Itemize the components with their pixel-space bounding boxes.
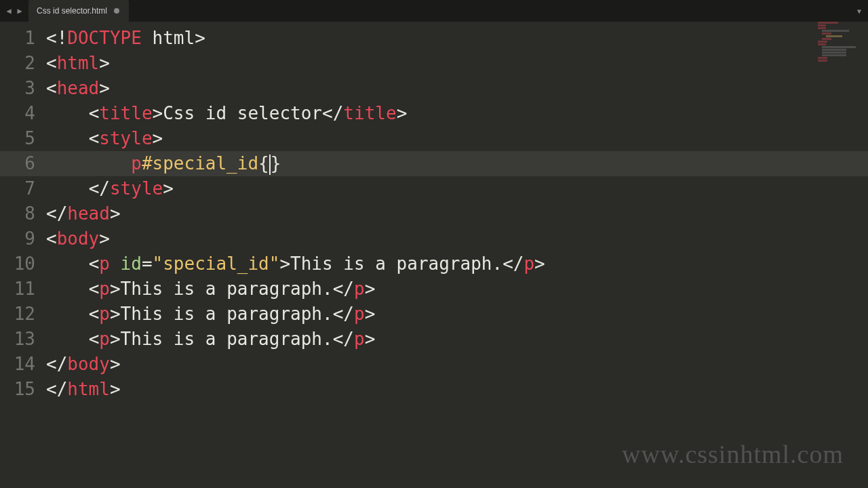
code-area[interactable]: <!DOCTYPE html><html><head> <title>Css i… [42,22,868,488]
line-number: 11 [0,277,42,302]
line-number: 10 [0,251,42,277]
tab-dropdown-icon[interactable]: ▼ [857,7,868,15]
code-line[interactable]: </body> [42,352,868,377]
nav-arrows: ◀ ▶ [0,6,28,16]
line-number-gutter: 123456789101112131415 [0,22,42,488]
line-number: 14 [0,352,42,377]
line-number: 4 [0,101,42,126]
nav-back-icon[interactable]: ◀ [4,6,14,16]
code-line[interactable]: <title>Css id selector</title> [42,101,868,126]
line-number: 2 [0,51,42,76]
code-line[interactable]: <style> [42,126,868,151]
text-cursor [269,155,271,175]
code-line[interactable]: </html> [42,377,868,402]
line-number: 13 [0,327,42,352]
code-line[interactable]: <p>This is a paragraph.</p> [42,327,868,352]
line-number: 1 [0,26,42,51]
line-number: 3 [0,76,42,101]
tab-title: Css id selector.html [37,6,107,16]
dirty-indicator-icon [114,8,119,14]
code-line[interactable]: <!DOCTYPE html> [42,26,868,51]
code-line[interactable]: <body> [42,226,868,251]
line-number: 6 [0,151,42,176]
file-tab[interactable]: Css id selector.html [28,0,129,22]
line-number: 15 [0,377,42,402]
line-number: 9 [0,226,42,251]
code-line[interactable]: <p id="special_id">This is a paragraph.<… [42,251,868,277]
nav-forward-icon[interactable]: ▶ [15,6,24,16]
code-line[interactable]: <head> [42,76,868,101]
code-line[interactable]: <html> [42,51,868,76]
editor[interactable]: 123456789101112131415 <!DOCTYPE html><ht… [0,22,868,488]
code-line[interactable]: </head> [42,201,868,226]
watermark: www.cssinhtml.com [622,439,844,469]
tab-bar: ◀ ▶ Css id selector.html ▼ [0,0,868,22]
line-number: 5 [0,126,42,151]
line-number: 8 [0,201,42,226]
code-line[interactable]: p#special_id{} [42,151,868,176]
line-number: 7 [0,176,42,201]
minimap[interactable] [818,22,865,62]
line-number: 12 [0,302,42,327]
code-line[interactable]: </style> [42,176,868,201]
code-line[interactable]: <p>This is a paragraph.</p> [42,302,868,327]
code-line[interactable]: <p>This is a paragraph.</p> [42,277,868,302]
